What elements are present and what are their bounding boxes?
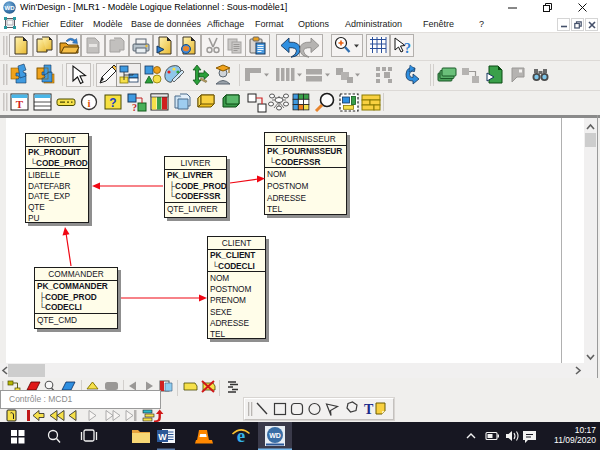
svg-text:?: ? (404, 41, 411, 56)
svg-text:WD: WD (5, 5, 16, 11)
svg-text:WD: WD (269, 432, 281, 439)
svg-text:T: T (16, 98, 24, 110)
svg-text:i: i (87, 97, 90, 109)
svg-text:W: W (158, 432, 167, 442)
svg-text:e: e (237, 425, 245, 446)
svg-text:?: ? (132, 102, 137, 113)
svg-text:T: T (364, 402, 374, 417)
svg-text:?: ? (109, 96, 116, 110)
